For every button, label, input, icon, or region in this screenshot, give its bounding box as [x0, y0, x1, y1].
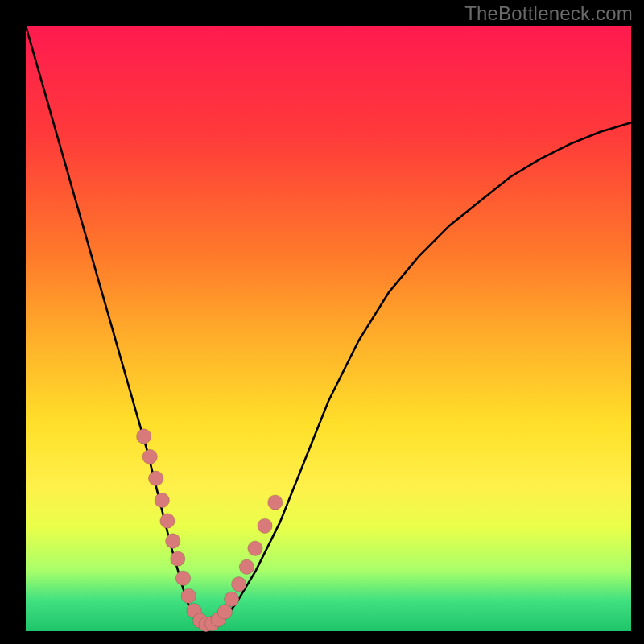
- marker-dot: [166, 534, 180, 548]
- marker-dot: [268, 495, 283, 510]
- marker-dot: [224, 592, 238, 606]
- marker-dot: [160, 514, 175, 528]
- marker-dot: [258, 518, 272, 533]
- marker-dot: [136, 429, 151, 444]
- marker-group: [136, 429, 283, 632]
- marker-dot: [248, 541, 262, 555]
- marker-dot: [171, 551, 185, 566]
- chart-frame: TheBottleneck.com: [0, 0, 644, 644]
- marker-dot: [232, 577, 246, 592]
- marker-dot: [148, 471, 163, 485]
- marker-dot: [155, 493, 169, 507]
- marker-dot: [175, 571, 190, 585]
- curve-layer: [26, 26, 631, 631]
- plot-area: [26, 26, 631, 631]
- marker-dot: [239, 559, 254, 574]
- marker-dot: [142, 449, 157, 464]
- bottleneck-curve: [26, 26, 631, 625]
- watermark-text: TheBottleneck.com: [464, 2, 633, 25]
- marker-dot: [181, 588, 196, 603]
